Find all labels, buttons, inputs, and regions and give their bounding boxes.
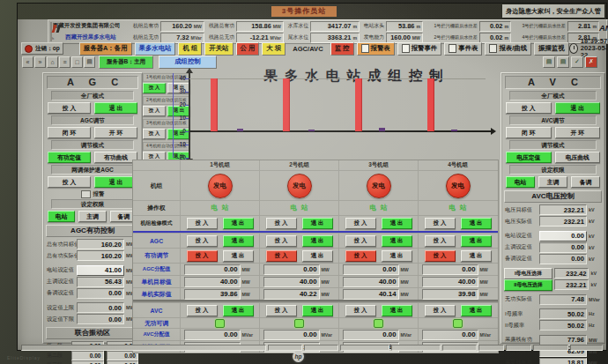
avc-q-actual-row: 无功实际值7.48MVar	[504, 294, 602, 306]
avc-unit4-in-button[interactable]: 投 入	[425, 305, 456, 316]
menu-item-12[interactable]: 振摆监视	[534, 42, 569, 56]
print-icon[interactable]: ▤	[557, 56, 569, 68]
agc-unit2-in-button[interactable]: 投 入	[266, 235, 297, 247]
avc-unit2-in-button[interactable]: 投 入	[266, 305, 297, 316]
agc-unit4-out-button[interactable]: 退 出	[461, 235, 492, 247]
avc-plant-mode-out-button[interactable]: 退 出	[555, 102, 601, 114]
home-icon[interactable]: ⌂	[47, 56, 58, 68]
menu-item-3[interactable]: 开关站	[204, 42, 233, 56]
cell-operator-unit-2: 电站	[259, 201, 338, 215]
agc-unit3-out-button[interactable]: 退 出	[382, 235, 412, 247]
cell-operator-unit-3: 电站	[338, 201, 418, 215]
agc-unit1-in-button[interactable]: 投 入	[187, 235, 218, 247]
logout-button[interactable]: 注销：op	[21, 42, 63, 55]
unit1-status-indicator[interactable]: 发电	[208, 174, 233, 198]
menu-item-5[interactable]: 大 坝	[262, 42, 285, 56]
agc-station-set-value[interactable]: 41.00	[77, 265, 124, 276]
avc-authority-buttons: 电站主调备调	[504, 175, 602, 189]
forward-icon[interactable]: »	[34, 56, 46, 68]
maintenance-unit2-out-button[interactable]: 退 出	[302, 218, 333, 229]
avc-v-target-row: 电压目标值232.21kV	[504, 204, 602, 216]
avc-unit3-out-button[interactable]: 退 出	[382, 305, 412, 316]
metric-value: 0.02m	[479, 21, 511, 32]
p-reg-unit4-in-button[interactable]: 投 入	[425, 250, 456, 262]
menu-item-8[interactable]: 报警表	[357, 42, 395, 56]
server-a-status[interactable]: 服务器A：备用	[79, 42, 132, 56]
avc-avc-loop-open-button[interactable]: 开 环	[555, 127, 601, 138]
menu-item-6[interactable]: AGC/AVC	[288, 42, 327, 56]
maintenance-unit1-out-button[interactable]: 退 出	[223, 218, 254, 229]
avc-plant-mode-in-button[interactable]: 投 入	[506, 102, 552, 114]
avc-reg-mode-v-setpoint-button[interactable]: 电压定值	[506, 152, 552, 163]
agc-authority-dispatch-button[interactable]: 主调	[78, 211, 106, 222]
agc-reg-mode-p-curve-button[interactable]: 有功曲线	[94, 152, 137, 163]
agc-unit4-in-button[interactable]: 投 入	[425, 235, 456, 247]
p-reg-unit1-in-button[interactable]: 投 入	[187, 250, 218, 262]
agc-grid-protect-out-button[interactable]: 退 出	[94, 176, 137, 188]
confirm-icon[interactable]: ✓	[571, 56, 583, 68]
agc-unit3-in-button[interactable]: 投 入	[345, 235, 376, 247]
unit4-status-indicator[interactable]: 发电	[446, 174, 471, 198]
maintenance-unit3-out-button[interactable]: 退 出	[382, 218, 412, 229]
avc-authority-station-button[interactable]: 电站	[506, 176, 535, 188]
avc-reg-mode-v-curve-button[interactable]: 电压曲线	[555, 152, 601, 163]
statusbar-segment-2	[268, 345, 302, 351]
unit3-status-indicator[interactable]: 发电	[367, 174, 391, 198]
agc-unit2-out-button[interactable]: 退 出	[302, 235, 333, 247]
avc-unit3-in-button[interactable]: 投 入	[345, 305, 376, 316]
avc-unit2-out-button[interactable]: 退 出	[302, 305, 333, 316]
menu-item-4[interactable]: 公 用	[236, 42, 260, 56]
print-icon[interactable]: ▤	[543, 56, 555, 68]
agc-reg-mode-p-setpoint-button[interactable]: 有功定值	[48, 152, 91, 163]
avc-bus2-voltage-button[interactable]: II母电压选择	[504, 279, 552, 291]
agc-unit1-out-button[interactable]: 退 出	[223, 235, 254, 247]
maintenance-unit4-in-button[interactable]: 投 入	[425, 218, 456, 229]
avc-bus2-freq-unit: Hz	[587, 323, 602, 328]
agc-agc-loop-closed-button[interactable]: 闭 环	[48, 127, 91, 138]
avc-bus1-voltage-button[interactable]: I母电压选择	[504, 268, 552, 279]
p-reg-unit4-out-button[interactable]: 退 出	[461, 250, 492, 262]
menu-item-9[interactable]: 报警事件	[397, 42, 442, 56]
menu-item-11[interactable]: 报表/曲线	[485, 42, 531, 56]
avc-authority-backup-button[interactable]: 备调	[571, 176, 600, 188]
avc-station-set-value[interactable]: 0.00	[539, 231, 587, 241]
vibration-value-2: 0.00	[107, 360, 139, 364]
agc-grid-protect-in-button[interactable]: 投 入	[48, 176, 91, 188]
maintenance-unit2-in-button[interactable]: 投 入	[266, 218, 297, 229]
plate2-in-button[interactable]: 投 入	[143, 106, 166, 116]
unit2-status-indicator[interactable]: 发电	[287, 174, 312, 198]
maintenance-unit4-out-button[interactable]: 退 出	[461, 218, 492, 229]
avc-authority-dispatch-button[interactable]: 主调	[538, 176, 567, 188]
plate1-in-button[interactable]: 投 入	[143, 83, 166, 93]
agc-plant-mode-in-button[interactable]: 投 入	[48, 102, 91, 114]
menu-item-10[interactable]: 事件表	[444, 42, 482, 56]
avc-bus1-freq-value: 50.02	[539, 308, 587, 319]
agc-agc-loop-open-button[interactable]: 开 环	[94, 127, 137, 138]
p-reg-unit3-out-button[interactable]: 退 出	[382, 250, 412, 262]
print-icon[interactable]: ▤	[84, 56, 95, 68]
avc-unit1-out-button[interactable]: 退 出	[223, 305, 254, 316]
avc-backup-set-label: 备调设定值	[504, 255, 539, 263]
menu-item-7[interactable]: 监 控	[330, 42, 354, 56]
cell-maintenance-unit-3: 投 入退 出	[338, 216, 418, 231]
window-icon[interactable]: □	[71, 56, 83, 68]
p-reg-unit3-in-button[interactable]: 投 入	[345, 250, 376, 262]
menu-item-1[interactable]: 果多水电站	[135, 42, 176, 56]
p-reg-unit2-in-button[interactable]: 投 入	[266, 250, 297, 262]
agc-plant-mode-out-button[interactable]: 退 出	[94, 102, 137, 114]
avc-unit4-out-button[interactable]: 退 出	[461, 305, 492, 316]
server-b-status[interactable]: 服务器B：主用	[99, 56, 153, 69]
plate3-in-button[interactable]: 投 入	[143, 129, 166, 139]
menu-item-2[interactable]: 机 组	[178, 42, 202, 56]
maintenance-unit3-in-button[interactable]: 投 入	[345, 218, 376, 229]
back-icon[interactable]: «	[22, 56, 33, 68]
p-reg-unit1-out-button[interactable]: 退 出	[223, 250, 254, 262]
avc-avc-loop-closed-button[interactable]: 闭 环	[506, 127, 552, 138]
close-icon[interactable]: ✗	[585, 56, 597, 68]
agc-authority-station-button[interactable]: 电站	[48, 211, 75, 222]
avc-unit1-in-button[interactable]: 投 入	[187, 305, 218, 316]
menu-icon[interactable]: ≡	[59, 56, 70, 68]
maintenance-unit1-in-button[interactable]: 投 入	[187, 218, 218, 229]
p-reg-unit2-out-button[interactable]: 退 出	[302, 250, 333, 262]
cell-agc-unit-3: 投 入退 出	[338, 234, 418, 248]
